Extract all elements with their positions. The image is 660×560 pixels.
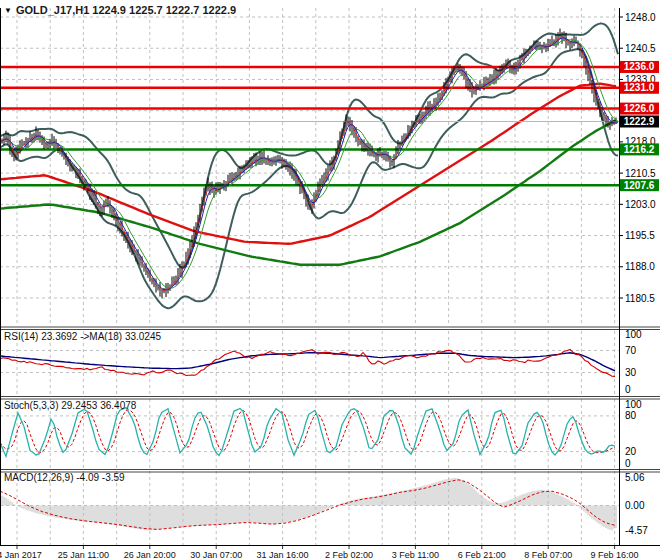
- svg-text:1248.0: 1248.0: [625, 12, 656, 23]
- current-price-badge: 1222.9: [620, 115, 659, 127]
- svg-text:1226.0: 1226.0: [624, 103, 655, 114]
- rsi-indicator-label: RSI(14) 23.3692 ->MA(18) 33.0245: [4, 331, 161, 342]
- svg-text:0.00: 0.00: [625, 500, 645, 511]
- svg-text:30: 30: [625, 367, 637, 378]
- svg-text:8 Feb 07:00: 8 Feb 07:00: [524, 550, 572, 560]
- svg-text:1222.9: 1222.9: [624, 116, 655, 127]
- price-levels[interactable]: [0, 67, 619, 185]
- symbol-ohlc-title: GOLD_J17,H1 1224.9 1225.7 1222.7 1222.9: [16, 4, 236, 16]
- svg-text:0: 0: [625, 458, 631, 469]
- svg-text:9 Feb 16:00: 9 Feb 16:00: [591, 550, 639, 560]
- svg-text:100: 100: [625, 329, 642, 340]
- svg-text:1240.5: 1240.5: [625, 43, 656, 54]
- support-price-badge: 1207.6: [620, 179, 659, 191]
- svg-text:-4.57: -4.57: [625, 525, 648, 536]
- rsi-panel[interactable]: [0, 350, 619, 377]
- svg-text:1210.5: 1210.5: [625, 168, 656, 179]
- bollinger-upper-band: [0, 24, 618, 268]
- svg-text:1195.5: 1195.5: [625, 230, 655, 241]
- svg-text:80: 80: [625, 410, 637, 421]
- stochastic-panel[interactable]: [0, 408, 619, 457]
- resistance-price-badge: 1226.0: [620, 103, 659, 115]
- svg-text:6 Feb 21:00: 6 Feb 21:00: [458, 550, 506, 560]
- chart-title-bar[interactable]: ▼ GOLD_J17,H1 1224.9 1225.7 1222.7 1222.…: [4, 4, 236, 16]
- resistance-price-badge: 1236.0: [620, 61, 659, 73]
- svg-text:1231.0: 1231.0: [624, 82, 655, 93]
- svg-text:1236.0: 1236.0: [624, 61, 655, 72]
- macd-panel[interactable]: [0, 478, 619, 531]
- resistance-price-badge: 1231.0: [620, 82, 659, 94]
- svg-text:100: 100: [625, 399, 642, 410]
- svg-text:1216.2: 1216.2: [624, 144, 655, 155]
- svg-text:24 Jan 2017: 24 Jan 2017: [0, 550, 42, 560]
- svg-text:3 Feb 11:00: 3 Feb 11:00: [392, 550, 439, 560]
- svg-text:0: 0: [625, 384, 631, 395]
- collapse-indicator-icon[interactable]: ▼: [4, 6, 12, 15]
- svg-text:1203.0: 1203.0: [625, 199, 656, 210]
- svg-text:20: 20: [625, 446, 637, 457]
- svg-text:1188.0: 1188.0: [625, 261, 655, 272]
- macd-indicator-label: MACD(12,26,9) -4.09 -3.59: [4, 472, 125, 483]
- fast-ma-green: [0, 40, 618, 289]
- fast-ma-red: [0, 37, 618, 291]
- svg-text:26 Jan 20:00: 26 Jan 20:00: [124, 550, 176, 560]
- svg-text:2 Feb 02:00: 2 Feb 02:00: [325, 550, 373, 560]
- fast-ma-blue: [0, 38, 618, 290]
- svg-text:1207.6: 1207.6: [624, 180, 655, 191]
- macd-histogram: [2, 478, 616, 531]
- svg-text:25 Jan 11:00: 25 Jan 11:00: [58, 550, 109, 560]
- svg-text:30 Jan 07:00: 30 Jan 07:00: [190, 550, 242, 560]
- svg-text:5.06: 5.06: [625, 472, 645, 483]
- svg-text:70: 70: [625, 345, 637, 356]
- mt4-chart-window: 1248.01240.51233.01225.51218.01210.51203…: [0, 0, 660, 560]
- support-price-badge: 1216.2: [620, 143, 659, 155]
- time-axis[interactable]: 24 Jan 201725 Jan 11:0026 Jan 20:0030 Ja…: [0, 546, 639, 560]
- ohlc-price-bars: [2, 29, 616, 299]
- main-price-panel[interactable]: [0, 17, 619, 308]
- svg-text:1180.5: 1180.5: [625, 293, 655, 304]
- svg-text:31 Jan 16:00: 31 Jan 16:00: [257, 550, 309, 560]
- price-axis[interactable]: 1248.01240.51233.01225.51218.01210.51203…: [619, 12, 659, 537]
- stochastic-indicator-label: Stoch(5,3,3) 29.2453 36.4078: [4, 400, 136, 411]
